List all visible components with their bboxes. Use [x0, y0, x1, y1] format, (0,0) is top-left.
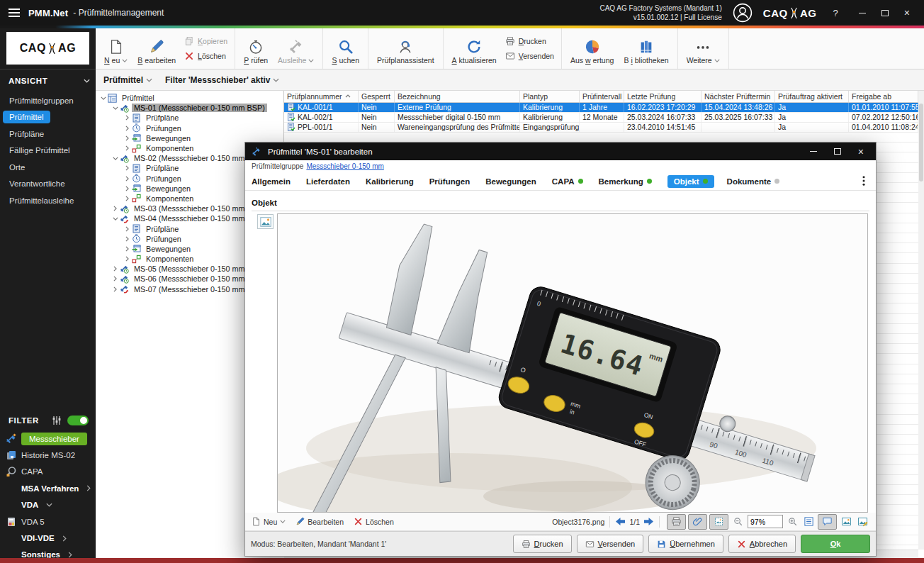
sidebar-item-prufmittelausleihe[interactable]: Prüfmittelausleihe	[0, 192, 96, 209]
tree-item-ms-01-messschieber-0-150-mm-bsp[interactable]: MS-01 (Messschieber 0-150 mm BSP)	[96, 103, 283, 113]
column-header-plantyp[interactable]: Plantyp	[520, 91, 580, 102]
collapse-toggle[interactable]	[111, 106, 120, 110]
dialog-maximize-button[interactable]	[834, 148, 841, 155]
object-delete-button[interactable]: Löschen	[354, 517, 394, 526]
column-header-nachster-pruftermin[interactable]: Nächster Prüftermin	[702, 91, 775, 102]
filter-toggle[interactable]	[67, 416, 89, 425]
sidebar-section-ansicht[interactable]: ANSICHT	[9, 77, 90, 85]
expand-toggle[interactable]	[123, 186, 132, 191]
sidebar-item-prufmittel[interactable]: Prüfmittel	[0, 109, 96, 126]
table-row[interactable]: KAL-002/1NeinMessschieber digital 0-150 …	[284, 113, 918, 123]
tree-item-prufmittel[interactable]: Prüfmittel	[96, 93, 283, 103]
filter-item-vda-5[interactable]: VDA 5	[0, 513, 96, 530]
expand-toggle[interactable]	[123, 236, 132, 242]
toolbar-button-prufplanassistent[interactable]: Prüfplanassistent	[372, 30, 439, 67]
tab-prufungen[interactable]: Prüfungen	[429, 177, 471, 186]
toolbar-button-prufen[interactable]: Prüfen	[239, 30, 273, 67]
collapse-toggle[interactable]	[98, 96, 108, 100]
dialog-close-button[interactable]: ×	[858, 147, 864, 157]
expand-toggle[interactable]	[123, 256, 132, 262]
vertical-scrollbar[interactable]	[918, 91, 924, 550]
expand-toggle[interactable]	[123, 165, 132, 171]
tab-lieferdaten[interactable]: Lieferdaten	[306, 177, 350, 186]
expand-toggle[interactable]	[123, 176, 132, 182]
column-header-freigabe-ab[interactable]: Freigabe ab	[849, 91, 918, 102]
expand-toggle[interactable]	[111, 286, 120, 292]
abbrechen-button[interactable]: Abbrechen	[728, 535, 796, 553]
filter-item-messschieber[interactable]: Messschieber	[0, 430, 96, 447]
group-link[interactable]: Messschieber 0-150 mm	[306, 162, 383, 170]
toolbar-button-drucken[interactable]: Drucken	[505, 36, 554, 46]
column-header-gesperrt[interactable]: Gesperrt	[359, 91, 395, 102]
expand-toggle[interactable]	[123, 226, 132, 232]
sliders-icon[interactable]	[52, 416, 62, 425]
collapse-toggle[interactable]	[111, 157, 120, 160]
toolbar-button-aktualisieren[interactable]: Aktualisieren	[447, 30, 502, 67]
image-edit-button[interactable]	[855, 515, 869, 529]
toolbar-button-loschen[interactable]: Löschen	[184, 51, 227, 61]
user-icon[interactable]	[733, 3, 753, 23]
dialog-minimize-button[interactable]	[810, 151, 817, 152]
expand-toggle[interactable]	[111, 206, 120, 211]
comment-button[interactable]	[818, 514, 837, 530]
zoom-in-button[interactable]	[785, 515, 799, 529]
toolbar-button-bibliotheken[interactable]: Bibliotheken	[619, 30, 673, 67]
tab-bewegungen[interactable]: Bewegungen	[485, 177, 536, 186]
sidebar-item-prufmittelgruppen[interactable]: Prüfmittelgruppen	[0, 92, 96, 109]
image-thumbnail-button[interactable]	[257, 214, 274, 229]
table-row[interactable]: PPL-001/1NeinWareneingangsprüfung des Pr…	[284, 123, 918, 133]
sidebar-item-verantwortliche[interactable]: Verantwortliche	[0, 176, 96, 193]
sidebar-item-fallige-prufmittel[interactable]: Fällige Prüfmittel	[0, 143, 96, 160]
expand-toggle[interactable]	[123, 115, 132, 121]
zoom-out-button[interactable]	[731, 515, 745, 529]
sidebar-item-prufplane[interactable]: Prüfpläne	[0, 126, 96, 143]
versenden-button[interactable]: Versenden	[577, 535, 644, 553]
close-button[interactable]: ×	[904, 8, 910, 18]
crop-image-button[interactable]	[709, 514, 728, 530]
ubernehmen-button[interactable]: Übernehmen	[648, 535, 723, 553]
toolbar-button-auswertung[interactable]: Auswertung	[565, 30, 619, 67]
filterbar-item-filter-messschieber-aktiv[interactable]: Filter 'Messschieber' aktiv	[165, 75, 279, 85]
collapse-toggle[interactable]	[111, 217, 120, 221]
object-edit-button[interactable]: Bearbeiten	[295, 517, 344, 526]
column-header-letzte-prufung[interactable]: Letzte Prüfung	[624, 91, 702, 102]
table-row[interactable]: KAL-001/1NeinExterne PrüfungKalibrierung…	[284, 103, 918, 113]
tree-item-prufplane[interactable]: Prüfpläne	[96, 113, 283, 123]
column-header-prufintervall[interactable]: Prüfintervall	[580, 91, 624, 102]
filter-item-vda[interactable]: VDA	[0, 497, 96, 513]
toolbar-button-versenden[interactable]: Versenden	[505, 51, 554, 61]
hamburger-menu-button[interactable]	[0, 8, 28, 18]
tab-capa[interactable]: CAPA	[552, 177, 583, 186]
toolbar-button-weitere[interactable]: Weitere	[682, 30, 725, 67]
filter-item-msa-verfahren[interactable]: MSA Verfahren	[0, 480, 96, 496]
ok-button[interactable]: Ok	[801, 535, 870, 553]
expand-toggle[interactable]	[111, 276, 120, 282]
filter-item-capa[interactable]: CAPA	[0, 464, 96, 480]
previous-object-button[interactable]	[615, 517, 626, 526]
sidebar-section-filter[interactable]: FILTER	[9, 416, 89, 425]
toolbar-button-bearbeiten[interactable]: Bearbeiten	[133, 30, 181, 67]
scrollbar-thumb[interactable]	[919, 104, 923, 182]
next-object-button[interactable]	[643, 517, 654, 526]
expand-toggle[interactable]	[123, 126, 132, 131]
tab-allgemein[interactable]: Allgemein	[252, 177, 291, 186]
overflow-menu-icon[interactable]	[859, 175, 869, 186]
zoom-level-input[interactable]	[748, 515, 783, 528]
image-view-button[interactable]	[839, 515, 853, 529]
expand-toggle[interactable]	[123, 246, 132, 252]
toolbar-button-neu[interactable]: Neu	[99, 30, 133, 67]
filter-item-vdi-vde[interactable]: VDI-VDE	[0, 530, 96, 546]
filterbar-item-prufmittel[interactable]: Prüfmittel	[103, 75, 152, 85]
sidebar-item-orte[interactable]: Orte	[0, 159, 96, 176]
print-object-button[interactable]	[667, 514, 686, 530]
list-view-button[interactable]	[801, 515, 816, 529]
maximize-button[interactable]	[881, 10, 889, 16]
tab-objekt[interactable]: Objekt	[667, 175, 714, 188]
tab-bemerkung[interactable]: Bemerkung	[599, 177, 652, 186]
expand-toggle[interactable]	[123, 135, 132, 141]
column-header-prufauftrag-aktiviert[interactable]: Prüfauftrag aktiviert	[775, 91, 849, 102]
help-button[interactable]: ?	[833, 8, 838, 18]
minimize-button[interactable]	[859, 13, 866, 13]
tab-dokumente[interactable]: Dokumente	[727, 177, 780, 186]
tree-item-prufungen[interactable]: Prüfungen	[96, 123, 283, 133]
